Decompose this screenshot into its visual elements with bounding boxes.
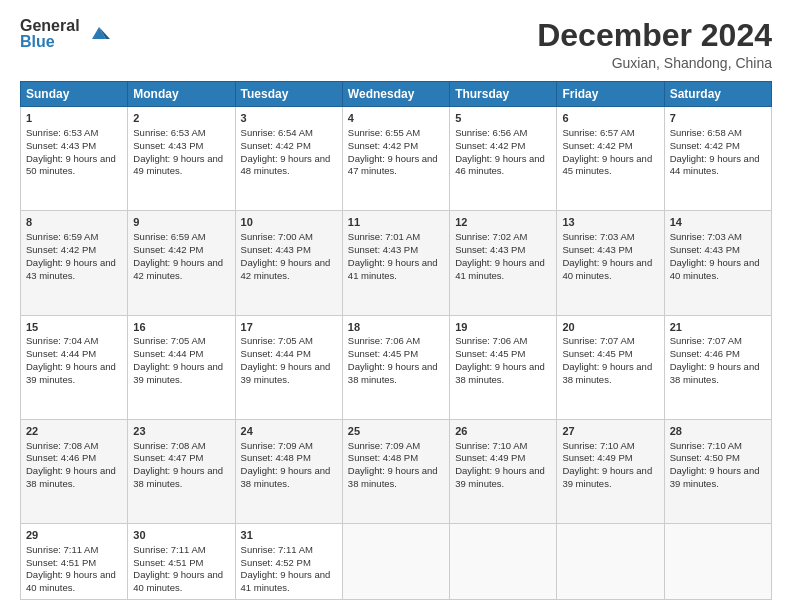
calendar-cell: 16Sunrise: 7:05 AMSunset: 4:44 PMDayligh… <box>128 315 235 419</box>
calendar-cell: 18Sunrise: 7:06 AMSunset: 4:45 PMDayligh… <box>342 315 449 419</box>
week-row-3: 15Sunrise: 7:04 AMSunset: 4:44 PMDayligh… <box>21 315 772 419</box>
day-number: 31 <box>241 528 337 543</box>
sunset-text: Sunset: 4:45 PM <box>562 348 632 359</box>
day-number: 7 <box>670 111 766 126</box>
day-number: 2 <box>133 111 229 126</box>
sunrise-text: Sunrise: 7:11 AM <box>133 544 205 555</box>
daylight-text: Daylight: 9 hours and 38 minutes. <box>562 361 652 385</box>
day-number: 8 <box>26 215 122 230</box>
calendar-cell: 27Sunrise: 7:10 AMSunset: 4:49 PMDayligh… <box>557 419 664 523</box>
day-number: 28 <box>670 424 766 439</box>
sunrise-text: Sunrise: 7:09 AM <box>348 440 420 451</box>
sunset-text: Sunset: 4:46 PM <box>26 452 96 463</box>
calendar-cell: 17Sunrise: 7:05 AMSunset: 4:44 PMDayligh… <box>235 315 342 419</box>
daylight-text: Daylight: 9 hours and 39 minutes. <box>670 465 760 489</box>
sunset-text: Sunset: 4:49 PM <box>455 452 525 463</box>
calendar-cell <box>664 523 771 599</box>
sunset-text: Sunset: 4:42 PM <box>241 140 311 151</box>
calendar-cell: 23Sunrise: 7:08 AMSunset: 4:47 PMDayligh… <box>128 419 235 523</box>
sunrise-text: Sunrise: 7:10 AM <box>455 440 527 451</box>
month-title: December 2024 <box>537 18 772 53</box>
daylight-text: Daylight: 9 hours and 41 minutes. <box>455 257 545 281</box>
sunset-text: Sunset: 4:52 PM <box>241 557 311 568</box>
sunset-text: Sunset: 4:47 PM <box>133 452 203 463</box>
day-number: 24 <box>241 424 337 439</box>
title-block: December 2024 Guxian, Shandong, China <box>537 18 772 71</box>
daylight-text: Daylight: 9 hours and 40 minutes. <box>133 569 223 593</box>
sunrise-text: Sunrise: 7:06 AM <box>348 335 420 346</box>
sunset-text: Sunset: 4:43 PM <box>348 244 418 255</box>
daylight-text: Daylight: 9 hours and 39 minutes. <box>455 465 545 489</box>
daylight-text: Daylight: 9 hours and 50 minutes. <box>26 153 116 177</box>
sunrise-text: Sunrise: 7:10 AM <box>562 440 634 451</box>
day-number: 23 <box>133 424 229 439</box>
calendar-cell: 26Sunrise: 7:10 AMSunset: 4:49 PMDayligh… <box>450 419 557 523</box>
sunset-text: Sunset: 4:51 PM <box>26 557 96 568</box>
calendar-cell <box>450 523 557 599</box>
sunrise-text: Sunrise: 7:11 AM <box>241 544 313 555</box>
sunrise-text: Sunrise: 7:08 AM <box>133 440 205 451</box>
sunset-text: Sunset: 4:51 PM <box>133 557 203 568</box>
sunrise-text: Sunrise: 7:03 AM <box>562 231 634 242</box>
calendar-cell: 21Sunrise: 7:07 AMSunset: 4:46 PMDayligh… <box>664 315 771 419</box>
sunrise-text: Sunrise: 6:54 AM <box>241 127 313 138</box>
day-number: 12 <box>455 215 551 230</box>
daylight-text: Daylight: 9 hours and 38 minutes. <box>670 361 760 385</box>
daylight-text: Daylight: 9 hours and 40 minutes. <box>562 257 652 281</box>
sunset-text: Sunset: 4:42 PM <box>670 140 740 151</box>
calendar-cell: 14Sunrise: 7:03 AMSunset: 4:43 PMDayligh… <box>664 211 771 315</box>
day-number: 1 <box>26 111 122 126</box>
calendar-cell <box>342 523 449 599</box>
day-header-tuesday: Tuesday <box>235 82 342 107</box>
daylight-text: Daylight: 9 hours and 39 minutes. <box>133 361 223 385</box>
page: General Blue December 2024 Guxian, Shand… <box>0 0 792 612</box>
calendar-cell: 6Sunrise: 6:57 AMSunset: 4:42 PMDaylight… <box>557 107 664 211</box>
day-number: 21 <box>670 320 766 335</box>
day-number: 4 <box>348 111 444 126</box>
sunrise-text: Sunrise: 7:07 AM <box>562 335 634 346</box>
calendar-cell: 29Sunrise: 7:11 AMSunset: 4:51 PMDayligh… <box>21 523 128 599</box>
sunrise-text: Sunrise: 7:01 AM <box>348 231 420 242</box>
logo-blue: Blue <box>20 34 80 50</box>
daylight-text: Daylight: 9 hours and 38 minutes. <box>348 361 438 385</box>
day-number: 13 <box>562 215 658 230</box>
sunrise-text: Sunrise: 6:59 AM <box>133 231 205 242</box>
day-number: 22 <box>26 424 122 439</box>
daylight-text: Daylight: 9 hours and 42 minutes. <box>133 257 223 281</box>
day-header-thursday: Thursday <box>450 82 557 107</box>
day-header-sunday: Sunday <box>21 82 128 107</box>
calendar-cell: 3Sunrise: 6:54 AMSunset: 4:42 PMDaylight… <box>235 107 342 211</box>
calendar-cell: 24Sunrise: 7:09 AMSunset: 4:48 PMDayligh… <box>235 419 342 523</box>
calendar-table: SundayMondayTuesdayWednesdayThursdayFrid… <box>20 81 772 600</box>
day-number: 30 <box>133 528 229 543</box>
sunrise-text: Sunrise: 7:06 AM <box>455 335 527 346</box>
week-row-5: 29Sunrise: 7:11 AMSunset: 4:51 PMDayligh… <box>21 523 772 599</box>
day-number: 9 <box>133 215 229 230</box>
sunset-text: Sunset: 4:48 PM <box>348 452 418 463</box>
sunset-text: Sunset: 4:44 PM <box>26 348 96 359</box>
calendar-cell: 8Sunrise: 6:59 AMSunset: 4:42 PMDaylight… <box>21 211 128 315</box>
logo: General Blue <box>20 18 114 50</box>
sunset-text: Sunset: 4:48 PM <box>241 452 311 463</box>
calendar-cell: 9Sunrise: 6:59 AMSunset: 4:42 PMDaylight… <box>128 211 235 315</box>
daylight-text: Daylight: 9 hours and 38 minutes. <box>348 465 438 489</box>
calendar-cell: 4Sunrise: 6:55 AMSunset: 4:42 PMDaylight… <box>342 107 449 211</box>
sunrise-text: Sunrise: 7:07 AM <box>670 335 742 346</box>
day-header-wednesday: Wednesday <box>342 82 449 107</box>
calendar-cell: 1Sunrise: 6:53 AMSunset: 4:43 PMDaylight… <box>21 107 128 211</box>
day-header-friday: Friday <box>557 82 664 107</box>
day-number: 17 <box>241 320 337 335</box>
sunrise-text: Sunrise: 7:11 AM <box>26 544 98 555</box>
day-number: 3 <box>241 111 337 126</box>
daylight-text: Daylight: 9 hours and 39 minutes. <box>241 361 331 385</box>
daylight-text: Daylight: 9 hours and 48 minutes. <box>241 153 331 177</box>
day-header-saturday: Saturday <box>664 82 771 107</box>
day-number: 18 <box>348 320 444 335</box>
sunset-text: Sunset: 4:43 PM <box>670 244 740 255</box>
day-header-monday: Monday <box>128 82 235 107</box>
calendar-cell: 22Sunrise: 7:08 AMSunset: 4:46 PMDayligh… <box>21 419 128 523</box>
daylight-text: Daylight: 9 hours and 38 minutes. <box>133 465 223 489</box>
calendar-cell: 28Sunrise: 7:10 AMSunset: 4:50 PMDayligh… <box>664 419 771 523</box>
sunset-text: Sunset: 4:43 PM <box>455 244 525 255</box>
day-number: 27 <box>562 424 658 439</box>
